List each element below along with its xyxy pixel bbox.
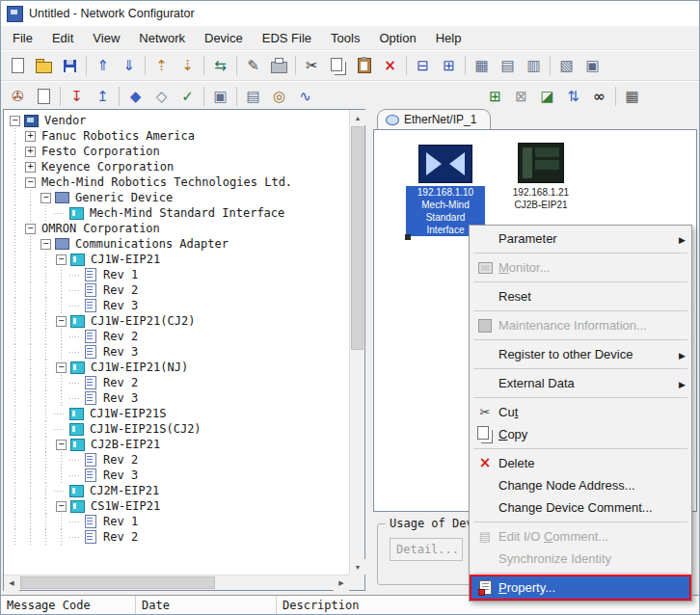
tree-item-cs1w-eip21[interactable]: −CS1W-EIP21: [8, 498, 349, 514]
download-device-button[interactable]: ⇣: [175, 53, 201, 79]
tab-ethernet-ip-1[interactable]: EtherNet/IP_1: [377, 109, 491, 129]
scroll-up-icon[interactable]: [350, 110, 365, 125]
routing-table-button[interactable]: ✇: [5, 84, 31, 110]
menu-network[interactable]: Network: [129, 28, 195, 48]
device-image-button[interactable]: ◪: [534, 84, 560, 110]
panel-splitter[interactable]: [365, 109, 373, 591]
device-node-mech-mind[interactable]: 192.168.1.10Mech-MindStandard Interface: [406, 145, 485, 236]
context-menu-item-change-node-address[interactable]: Change Node Address...: [471, 474, 689, 496]
tree-item-generic-device[interactable]: −Generic Device: [8, 190, 349, 205]
remove-device-button[interactable]: ⊠: [508, 84, 534, 110]
upload-device-button[interactable]: ⇡: [148, 53, 175, 79]
download-from-network-button[interactable]: ⇓: [116, 53, 142, 79]
io-table-button[interactable]: ▦: [469, 53, 495, 79]
paste-button[interactable]: [351, 53, 377, 79]
restore-network-button[interactable]: ↥: [90, 84, 116, 110]
column-header-message-code[interactable]: Message Code: [1, 596, 136, 614]
disconnect-network-button[interactable]: ◇: [148, 84, 175, 110]
context-menu-item-reset[interactable]: Reset: [471, 285, 689, 308]
print-button[interactable]: [266, 53, 292, 79]
delete-button[interactable]: ×: [377, 53, 403, 79]
tree-item-mech-mind-standard-interface[interactable]: Mech-Mind Standard Interface: [8, 205, 349, 221]
find-device-button[interactable]: ∞: [586, 84, 612, 110]
connection-structure-button[interactable]: ▤: [495, 53, 521, 79]
menu-tools[interactable]: Tools: [321, 28, 369, 48]
verify-button[interactable]: ✓: [175, 84, 201, 110]
memo-button[interactable]: [31, 84, 57, 110]
device-monitor-button[interactable]: ▣: [579, 53, 606, 79]
menu-device[interactable]: Device: [195, 28, 253, 48]
tree-item-rev-3[interactable]: Rev 3: [8, 298, 349, 313]
context-menu-item-property[interactable]: Property...: [471, 576, 689, 599]
collapse-box-icon[interactable]: −: [56, 501, 67, 512]
tree-item-rev-1[interactable]: Rev 1: [8, 267, 349, 282]
tree-item-communications-adapter[interactable]: −Communications Adapter: [8, 236, 349, 252]
rack-button[interactable]: ▤: [240, 84, 266, 110]
tree-vertical-scrollbar[interactable]: [349, 110, 364, 575]
open-file-button[interactable]: [31, 53, 57, 79]
mechmind-device-icon[interactable]: [418, 145, 472, 183]
scroll-down-icon[interactable]: [350, 559, 365, 575]
selection-handle[interactable]: [405, 234, 411, 240]
upload-download-button[interactable]: ⇅: [560, 84, 586, 110]
hardware-tree[interactable]: −Vendor+Fanuc Robotics America+Festo Cor…: [4, 110, 349, 575]
expand-box-icon[interactable]: +: [25, 162, 36, 173]
tree-item-cj1w-eip21s[interactable]: CJ1W-EIP21S: [8, 406, 349, 421]
context-menu-item-change-device-comment[interactable]: Change Device Comment...: [471, 496, 689, 519]
tree-item-fanuc-robotics-america[interactable]: +Fanuc Robotics America: [8, 128, 349, 144]
save-file-button[interactable]: [57, 53, 83, 79]
scroll-left-icon[interactable]: [4, 575, 19, 591]
collapse-box-icon[interactable]: −: [56, 440, 67, 450]
wire-connect-button[interactable]: ∿: [292, 84, 318, 110]
collapse-box-icon[interactable]: −: [10, 116, 20, 126]
tree-item-mech-mind-robotics-technologies-ltd[interactable]: −Mech-Mind Robotics Technologies Ltd.: [8, 174, 349, 190]
change-node-address-button[interactable]: ⊟: [410, 53, 436, 79]
tree-item-festo-corporation[interactable]: +Festo Corporation: [8, 144, 349, 159]
menu-option[interactable]: Option: [369, 28, 425, 48]
cut-button[interactable]: ✂: [299, 53, 325, 79]
expand-box-icon[interactable]: +: [25, 131, 36, 142]
collapse-box-icon[interactable]: −: [56, 362, 67, 373]
usage-meter-button[interactable]: ◎: [266, 84, 292, 110]
plc-device-icon[interactable]: [518, 143, 564, 183]
save-network-button[interactable]: ↧: [64, 84, 90, 110]
tree-item-rev-2[interactable]: Rev 2: [8, 375, 349, 390]
context-menu-item-register-to-other-device[interactable]: Register to other Device: [471, 343, 689, 365]
tree-item-rev-2[interactable]: Rev 2: [8, 529, 349, 545]
upload-to-network-button[interactable]: ⇑: [90, 53, 116, 79]
tree-item-cj1w-eip21[interactable]: −CJ1W-EIP21: [8, 252, 349, 267]
scroll-right-icon[interactable]: [334, 575, 349, 591]
menu-eds-file[interactable]: EDS File: [253, 28, 321, 48]
new-file-button[interactable]: [5, 53, 31, 79]
copy-button[interactable]: [325, 53, 351, 79]
tree-item-omron-corporation[interactable]: −OMRON Corporation: [8, 221, 349, 236]
collapse-box-icon[interactable]: −: [56, 254, 67, 265]
context-menu-item-external-data[interactable]: External Data: [471, 372, 689, 394]
collapse-box-icon[interactable]: −: [25, 224, 36, 234]
context-menu-item-cut[interactable]: ✂Cut: [471, 401, 689, 423]
compare-network-button[interactable]: ⇆: [207, 53, 233, 79]
tree-item-keyence-corporation[interactable]: +Keyence Corporation: [8, 159, 349, 174]
expand-box-icon[interactable]: +: [25, 147, 36, 157]
tree-item-vendor[interactable]: −Vendor: [8, 113, 349, 128]
collapse-box-icon[interactable]: −: [56, 316, 67, 327]
tag-list-button[interactable]: ▥: [521, 53, 547, 79]
tree-item-rev-1[interactable]: Rev 1: [8, 514, 349, 529]
tree-horizontal-scrollbar[interactable]: [4, 575, 349, 590]
menu-help[interactable]: Help: [426, 28, 471, 48]
horizontal-scrollbar-thumb[interactable]: [20, 576, 215, 589]
context-menu-item-parameter[interactable]: Parameter: [471, 227, 689, 250]
add-device-button[interactable]: ⊞: [482, 84, 508, 110]
tree-item-rev-2[interactable]: Rev 2: [8, 329, 349, 344]
collapse-box-icon[interactable]: −: [40, 193, 51, 203]
collapse-box-icon[interactable]: −: [25, 177, 36, 188]
tree-item-rev-2[interactable]: Rev 2: [8, 452, 349, 468]
node-commission-button[interactable]: ⊞: [436, 53, 462, 79]
column-header-date[interactable]: Date: [136, 596, 277, 614]
menu-edit[interactable]: Edit: [42, 28, 83, 48]
tree-item-cj2b-eip21[interactable]: −CJ2B-EIP21: [8, 437, 349, 452]
tree-item-cj1w-eip21s-cj2[interactable]: CJ1W-EIP21S(CJ2): [8, 421, 349, 437]
tree-item-cj1w-eip21-nj[interactable]: −CJ1W-EIP21(NJ): [8, 360, 349, 375]
menu-file[interactable]: File: [3, 28, 42, 48]
context-menu-item-copy[interactable]: Copy: [471, 423, 689, 445]
